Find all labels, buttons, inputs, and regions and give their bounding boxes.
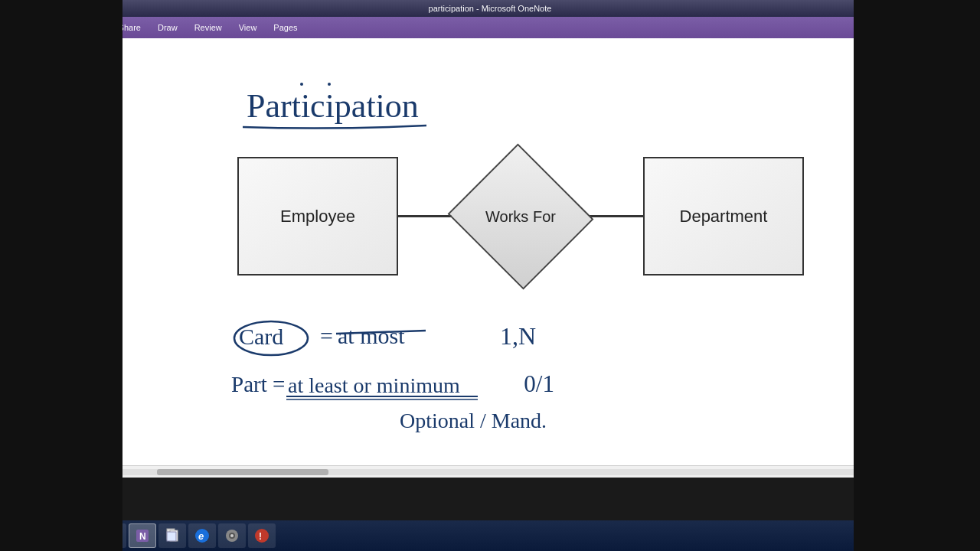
tab-view[interactable]: View [231, 21, 265, 34]
entity-employee-label: Employee [280, 207, 355, 227]
connector-right [590, 215, 643, 217]
svg-point-2 [328, 83, 331, 86]
scrollbar-thumb[interactable] [157, 469, 328, 475]
black-border-right [854, 0, 980, 551]
diagram-title: Participation [239, 75, 430, 139]
relationship-label: Works For [485, 207, 556, 225]
optional-mandatory-label: Optional / Mand. [400, 409, 547, 432]
taskbar-files[interactable] [158, 523, 186, 548]
svg-text:Participation: Participation [247, 87, 419, 125]
taskbar-onenote[interactable]: N [129, 523, 156, 548]
cardinality-1n: 1,N [500, 322, 536, 350]
note-line1: Card = at most 1,N [231, 314, 554, 358]
tab-review[interactable]: Review [187, 21, 230, 34]
svg-text:N: N [139, 531, 146, 542]
tab-pages[interactable]: Pages [266, 21, 305, 34]
note-line3: Optional / Mand. [400, 409, 554, 433]
svg-text:!: ! [259, 531, 262, 542]
scrollbar-horizontal[interactable]: ◄ ► [0, 465, 980, 478]
svg-text:at least or minimum: at least or minimum [288, 373, 460, 397]
notes-section: Card = at most 1,N Part = [231, 314, 554, 433]
equals-sign: = [320, 323, 333, 349]
svg-text:at most: at most [338, 323, 405, 348]
svg-point-1 [300, 83, 303, 86]
tab-draw[interactable]: Draw [150, 21, 185, 34]
taskbar-red-icon[interactable]: ! [248, 523, 276, 548]
black-border-left [0, 0, 122, 551]
taskbar-ie[interactable]: e [188, 523, 216, 548]
taskbar: N e ! [0, 520, 980, 551]
part-label: Part = [231, 372, 285, 397]
main-area: ▼ Participation [0, 38, 980, 465]
note-canvas[interactable]: Participation Employee [17, 38, 963, 465]
entity-department: Department [643, 157, 804, 276]
er-diagram: Employee Works For Department [101, 157, 940, 276]
svg-text:e: e [198, 530, 204, 542]
svg-text:Card: Card [239, 324, 283, 349]
scrollbar-track[interactable] [14, 469, 966, 475]
taskbar-settings[interactable] [218, 523, 246, 548]
relationship-diamond: Works For [452, 157, 590, 276]
svg-rect-26 [167, 532, 176, 541]
ribbon: File Home Insert Share Draw Review View … [0, 17, 980, 38]
title-bar: N participation - Microsoft OneNote ─ ❐ … [0, 0, 980, 17]
note-line2: Part = at least or minimum 0/1 [231, 366, 554, 403]
cardinality-01: 0/1 [524, 370, 554, 398]
connector-left [398, 215, 452, 217]
svg-point-31 [230, 534, 234, 537]
content-area: Participation Employee [17, 38, 963, 465]
svg-point-32 [255, 529, 269, 543]
entity-department-label: Department [680, 207, 768, 227]
window-title: participation - Microsoft OneNote [429, 4, 552, 13]
entity-employee: Employee [237, 157, 398, 276]
